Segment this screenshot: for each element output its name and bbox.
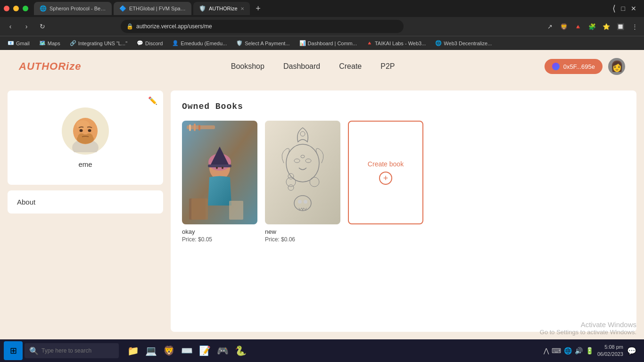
app-content: AUTHORize Bookshop Dashboard Create P2P …	[0, 50, 644, 339]
clock: 5:08 pm 06/02/2023	[597, 344, 623, 358]
about-label: About	[17, 198, 35, 206]
taskbar-app-terminal[interactable]: ⌨️	[178, 342, 195, 359]
tab1-label: Spheron Protocol - Best decentralized...	[50, 6, 106, 11]
taikai-favicon: 🔺	[366, 40, 373, 46]
tray-battery-icon[interactable]: 🔋	[586, 347, 594, 354]
bookmark-payment[interactable]: 🛡️ Select A Payment...	[232, 39, 293, 47]
extensions-icon[interactable]: 🧩	[586, 21, 598, 32]
notification-icon[interactable]: 💬	[627, 346, 636, 355]
share-icon[interactable]: ↗	[544, 21, 555, 32]
window-control-close[interactable]: ✕	[4, 6, 9, 11]
tab3-close[interactable]: ✕	[240, 6, 244, 11]
profile-icon[interactable]: 🔲	[615, 21, 626, 32]
username: eme	[78, 160, 92, 168]
taskbar-app-vscode[interactable]: 💻	[142, 342, 159, 359]
svg-rect-12	[198, 125, 200, 131]
taskbar-app-brave[interactable]: 🦁	[160, 342, 177, 359]
address-bar-row: ‹ › ↻ 🔒 authorize.vercel.app/users/me ↗ …	[0, 17, 644, 36]
avatar	[62, 107, 109, 155]
book-card-1[interactable]: okay Price: $0.05	[182, 121, 257, 243]
window-controls: ⟨ □ ✕	[612, 3, 640, 14]
new-tab-button[interactable]: +	[252, 2, 265, 15]
reload-button[interactable]: ↻	[36, 20, 49, 33]
svg-rect-11	[194, 123, 196, 131]
book-cover-1	[182, 121, 257, 224]
tab1-favicon: 🌐	[40, 5, 47, 12]
taskbar-app-misc1[interactable]: 🎮	[214, 342, 231, 359]
address-text: authorize.vercel.app/users/me	[136, 23, 212, 30]
book1-price: Price: $0.05	[182, 236, 257, 243]
book1-title: okay	[182, 228, 257, 235]
svg-rect-16	[208, 165, 231, 167]
edit-icon[interactable]: ✏️	[148, 96, 157, 105]
book-cover-2	[265, 121, 340, 224]
bookmark-taikai[interactable]: 🔺 TAIKAI Labs - Web3...	[363, 39, 429, 47]
browser-tab-1[interactable]: 🌐 Spheron Protocol - Best decentralized.…	[34, 2, 112, 15]
book-card-2[interactable]: new Price: $0.06	[265, 121, 340, 243]
taskbar-apps: 📁 💻 🦁 ⌨️ 📝 🎮 🐍	[124, 342, 249, 359]
payment-favicon: 🛡️	[236, 40, 243, 46]
tab-controls-left: ✕ − +	[4, 6, 28, 11]
tray-network-icon[interactable]: 🌐	[564, 347, 572, 354]
tab2-label: ETHGlobal | FVM Space Warp	[129, 6, 186, 11]
svg-point-2	[76, 120, 90, 130]
tray-volume-icon[interactable]: 🔊	[575, 347, 583, 354]
forward-button[interactable]: ›	[20, 20, 33, 33]
bookmark-emedudu[interactable]: 👤 Emedudu (Emedu...	[168, 39, 231, 47]
browser-chrome: ✕ − + 🌐 Spheron Protocol - Best decentra…	[0, 0, 644, 50]
header-right: 0x5F...695e 👩	[545, 58, 625, 75]
uns-favicon: 🔗	[70, 40, 76, 46]
nav-dashboard[interactable]: Dashboard	[283, 62, 320, 71]
bookmark-maps-label: Maps	[48, 41, 60, 46]
minimize-button[interactable]: ⟨	[612, 3, 616, 14]
search-input[interactable]	[41, 347, 112, 354]
tray-arrow-icon[interactable]: ⋀	[544, 347, 549, 354]
brave-rewards-icon[interactable]: 🔺	[572, 21, 584, 32]
book2-title: new	[265, 228, 340, 235]
address-bar[interactable]: 🔒 authorize.vercel.app/users/me	[121, 20, 404, 33]
window-control-minimize[interactable]: −	[13, 6, 19, 11]
sidebar: ✏️	[8, 90, 163, 332]
back-button[interactable]: ‹	[4, 20, 17, 33]
wallet-button[interactable]: 0x5F...695e	[545, 59, 603, 74]
window-control-maximize[interactable]: +	[23, 6, 28, 11]
tray-keyboard-icon[interactable]: ⌨	[552, 347, 561, 354]
tab2-favicon: 🔷	[119, 5, 126, 12]
search-bar[interactable]: 🔍	[25, 343, 119, 358]
taskbar-app-sublimetext[interactable]: 📝	[196, 342, 213, 359]
bookmark-discord[interactable]: 💬 Discord	[133, 39, 166, 47]
bookmark-taikai-label: TAIKAI Labs - Web3...	[375, 41, 426, 46]
user-avatar[interactable]: 👩	[608, 58, 625, 75]
bookmark-dashboard[interactable]: 📊 Dashboard | Comm...	[296, 39, 361, 47]
discord-favicon: 💬	[137, 40, 143, 46]
taskbar-app-explorer[interactable]: 📁	[124, 342, 141, 359]
about-card[interactable]: About	[8, 190, 163, 214]
bookmark-icon[interactable]: ⭐	[601, 21, 612, 32]
brave-shield-icon[interactable]: 🦁	[558, 21, 570, 32]
close-button[interactable]: ✕	[631, 5, 636, 12]
create-book-card[interactable]: Create book +	[348, 121, 423, 224]
bookmark-gmail[interactable]: 📧 Gmail	[4, 39, 33, 47]
browser-tab-2[interactable]: 🔷 ETHGlobal | FVM Space Warp	[114, 2, 191, 15]
bookmark-maps[interactable]: 🗺️ Maps	[35, 39, 64, 47]
bookmark-web3-label: Web3 Decentralize...	[444, 41, 492, 46]
bookmark-web3[interactable]: 🌐 Web3 Decentralize...	[431, 39, 495, 47]
bookmark-uns[interactable]: 🔗 Integrating UNS "L..."	[66, 39, 131, 47]
avatar-container	[62, 107, 109, 155]
dashboard-favicon: 📊	[299, 40, 306, 46]
bookmark-gmail-label: Gmail	[16, 41, 30, 46]
svg-point-7	[85, 133, 93, 141]
bookmark-uns-label: Integrating UNS "L..."	[78, 41, 127, 46]
nav-bookshop[interactable]: Bookshop	[231, 62, 264, 71]
taskbar-right: ⋀ ⌨ 🌐 🔊 🔋 5:08 pm 06/02/2023 💬	[544, 344, 640, 358]
browser-actions: ↗ 🦁 🔺 🧩 ⭐ 🔲 ⋮	[544, 21, 640, 32]
menu-icon[interactable]: ⋮	[629, 21, 640, 32]
bookmarks-bar: 📧 Gmail 🗺️ Maps 🔗 Integrating UNS "L..."…	[0, 36, 644, 50]
taskbar: ⊞ 🔍 📁 💻 🦁 ⌨️ 📝 🎮 🐍 ⋀ ⌨ 🌐 🔊 🔋 5:08 pm 06/…	[0, 339, 644, 362]
taskbar-app-misc2[interactable]: 🐍	[232, 342, 249, 359]
start-button[interactable]: ⊞	[4, 341, 23, 360]
browser-tab-3[interactable]: 🛡️ AUTHORize ✕	[193, 2, 250, 15]
nav-p2p[interactable]: P2P	[380, 62, 395, 71]
nav-create[interactable]: Create	[339, 62, 362, 71]
maximize-button[interactable]: □	[621, 5, 625, 12]
